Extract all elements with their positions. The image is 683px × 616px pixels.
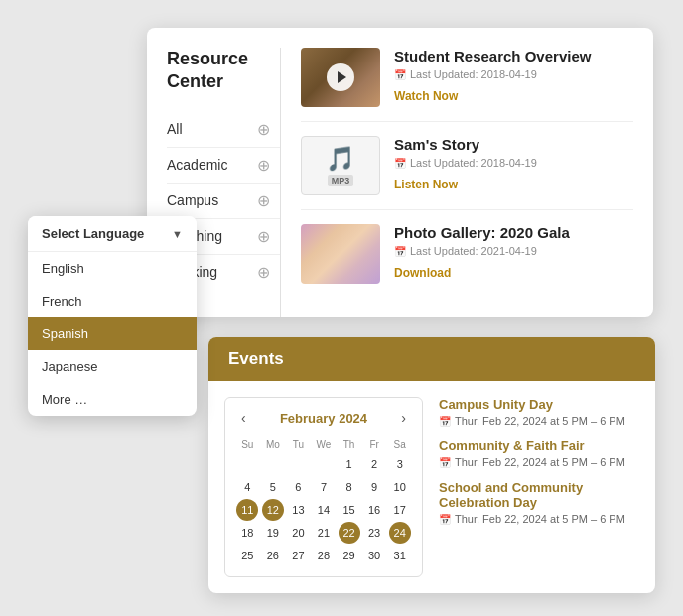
event-item: Community & Faith Fair 📅 Thur, Feb 22, 2… [439, 438, 639, 468]
cal-day-19[interactable]: 19 [262, 522, 284, 544]
cal-day-21[interactable]: 21 [313, 522, 335, 544]
sidebar-plus-icon: ⊕ [257, 227, 270, 246]
cal-day-24[interactable]: 24 [389, 522, 411, 544]
cal-day-header-thu: Th [337, 437, 361, 452]
event-date: 📅 Thur, Feb 22, 2024 at 5 PM – 6 PM [439, 456, 639, 468]
sidebar-plus-icon: ⊕ [257, 120, 270, 139]
mp3-label: MP3 [328, 175, 354, 186]
cal-day-10[interactable]: 10 [389, 476, 411, 498]
resource-date: Last Updated: 2018-04-19 [410, 157, 537, 169]
sidebar-item-label: Academic [167, 157, 227, 173]
cal-empty [313, 453, 335, 475]
event-name[interactable]: Community & Faith Fair [439, 438, 639, 453]
calendar-header: ‹ February 2024 › [235, 408, 412, 428]
event-list: Campus Unity Day 📅 Thur, Feb 22, 2024 at… [439, 397, 639, 577]
language-option-japanese[interactable]: Japanese [28, 350, 197, 383]
cal-day-7[interactable]: 7 [313, 476, 335, 498]
resource-info: Photo Gallery: 2020 Gala 📅 Last Updated:… [394, 224, 633, 284]
event-date-text: Thur, Feb 22, 2024 at 5 PM – 6 PM [455, 415, 625, 427]
sidebar-item-label: Campus [167, 192, 218, 208]
main-card: Resource Center All ⊕ Academic ⊕ Campus … [147, 28, 653, 317]
resource-list: Student Research Overview 📅 Last Updated… [281, 48, 653, 317]
play-icon [327, 63, 354, 91]
calendar-icon: 📅 [439, 514, 451, 525]
calendar-prev-button[interactable]: ‹ [235, 408, 252, 428]
sidebar-plus-icon: ⊕ [257, 191, 270, 210]
calendar: ‹ February 2024 › Su Mo Tu We Th Fr Sa 1… [224, 397, 423, 577]
main-content: Resource Center All ⊕ Academic ⊕ Campus … [147, 48, 653, 317]
cal-day-15[interactable]: 15 [339, 499, 360, 521]
event-name[interactable]: Campus Unity Day [439, 397, 639, 412]
cal-day-9[interactable]: 9 [363, 476, 385, 498]
calendar-icon: 📅 [439, 457, 451, 468]
cal-day-4[interactable]: 4 [236, 476, 258, 498]
cal-day-17[interactable]: 17 [389, 499, 411, 521]
cal-day-header-wed: We [312, 437, 337, 452]
sidebar-item-all[interactable]: All ⊕ [167, 112, 280, 148]
resource-title: Sam's Story [394, 136, 633, 153]
watch-now-link[interactable]: Watch Now [394, 89, 458, 103]
sidebar-plus-icon: ⊕ [257, 156, 270, 175]
resource-date: Last Updated: 2018-04-19 [410, 68, 537, 80]
calendar-next-button[interactable]: › [395, 408, 412, 428]
cal-day-29[interactable]: 29 [339, 545, 360, 566]
cal-day-header-sat: Sa [387, 437, 412, 452]
language-option-french[interactable]: French [28, 285, 197, 317]
calendar-icon: 📅 [439, 416, 451, 427]
cal-day-23[interactable]: 23 [363, 522, 385, 544]
cal-day-3[interactable]: 3 [389, 453, 411, 475]
cal-day-31[interactable]: 31 [389, 545, 411, 566]
events-section: Events ‹ February 2024 › Su Mo Tu We Th … [208, 337, 655, 593]
cal-day-30[interactable]: 30 [363, 545, 385, 566]
language-selector[interactable]: Select Language ▼ [28, 216, 197, 252]
sidebar-item-label: All [167, 121, 183, 137]
listen-now-link[interactable]: Listen Now [394, 178, 458, 191]
event-name[interactable]: School and Community Celebration Day [439, 480, 639, 510]
cal-day-1[interactable]: 1 [339, 453, 360, 475]
cal-day-11[interactable]: 11 [236, 499, 258, 521]
sidebar-item-campus[interactable]: Campus ⊕ [167, 184, 280, 219]
cal-day-16[interactable]: 16 [363, 499, 385, 521]
resource-meta: 📅 Last Updated: 2018-04-19 [394, 68, 633, 80]
cal-empty [236, 453, 258, 475]
calendar-icon: 📅 [394, 158, 406, 169]
cal-day-13[interactable]: 13 [287, 499, 309, 521]
language-option-english[interactable]: English [28, 252, 197, 285]
cal-day-20[interactable]: 20 [287, 522, 309, 544]
event-date-text: Thur, Feb 22, 2024 at 5 PM – 6 PM [455, 513, 625, 525]
resource-title: Photo Gallery: 2020 Gala [394, 224, 633, 241]
cal-day-14[interactable]: 14 [313, 499, 335, 521]
resource-thumbnail-video [301, 48, 380, 107]
cal-day-25[interactable]: 25 [236, 545, 258, 566]
cal-day-2[interactable]: 2 [363, 453, 385, 475]
events-header: Events [208, 337, 655, 381]
sidebar-item-academic[interactable]: Academic ⊕ [167, 148, 280, 184]
cal-day-26[interactable]: 26 [262, 545, 284, 566]
download-link[interactable]: Download [394, 266, 451, 280]
cal-day-27[interactable]: 27 [287, 545, 309, 566]
cal-day-header-mon: Mo [261, 437, 286, 452]
cal-day-header-tue: Tu [286, 437, 311, 452]
language-option-more[interactable]: More … [28, 383, 197, 416]
cal-day-8[interactable]: 8 [339, 476, 360, 498]
sidebar-title: Resource Center [167, 48, 280, 94]
cal-day-18[interactable]: 18 [236, 522, 258, 544]
language-option-spanish[interactable]: Spanish [28, 317, 197, 350]
cal-day-12[interactable]: 12 [262, 499, 284, 521]
resource-info: Sam's Story 📅 Last Updated: 2018-04-19 L… [394, 136, 633, 195]
resource-item: 🎵 MP3 Sam's Story 📅 Last Updated: 2018-0… [301, 136, 633, 210]
cal-day-28[interactable]: 28 [313, 545, 335, 566]
cal-day-header-sun: Su [235, 437, 260, 452]
event-date: 📅 Thur, Feb 22, 2024 at 5 PM – 6 PM [439, 415, 639, 427]
event-item: School and Community Celebration Day 📅 T… [439, 480, 639, 525]
calendar-icon: 📅 [394, 69, 406, 80]
resource-item: Photo Gallery: 2020 Gala 📅 Last Updated:… [301, 224, 633, 298]
resource-thumbnail-photo [301, 224, 380, 284]
cal-day-header-fri: Fr [362, 437, 387, 452]
cal-day-5[interactable]: 5 [262, 476, 284, 498]
resource-meta: 📅 Last Updated: 2021-04-19 [394, 245, 633, 257]
calendar-icon: 📅 [394, 246, 406, 257]
cal-day-22[interactable]: 22 [339, 522, 360, 544]
cal-day-6[interactable]: 6 [287, 476, 309, 498]
events-body: ‹ February 2024 › Su Mo Tu We Th Fr Sa 1… [208, 381, 655, 593]
